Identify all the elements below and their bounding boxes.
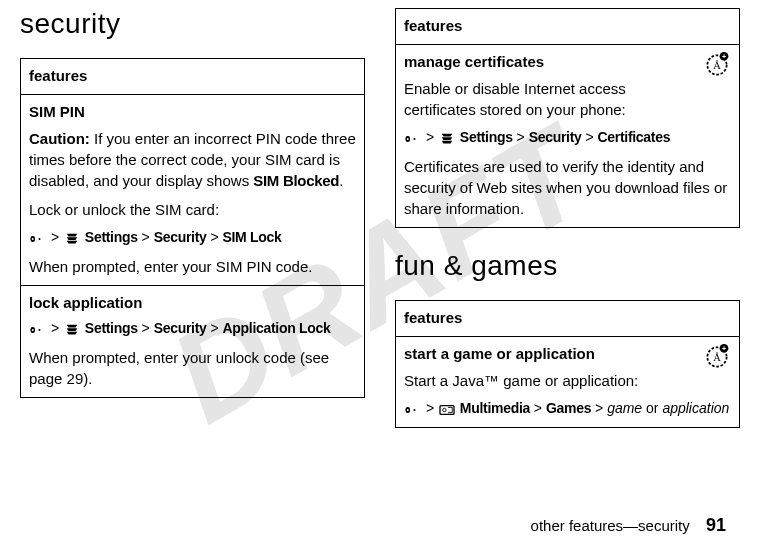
- body-text: Start a Java™ game or application:: [404, 370, 731, 391]
- page-number: 91: [706, 515, 726, 535]
- path-app-italic: application: [662, 400, 729, 416]
- heading-security: security: [20, 8, 365, 40]
- feature-title-lock-app: lock application: [29, 292, 356, 313]
- path-sep: >: [47, 229, 63, 245]
- path-sep: >: [422, 400, 438, 416]
- settings-icon: [438, 129, 456, 149]
- multimedia-icon: [438, 400, 456, 420]
- path-sep: >: [582, 129, 598, 145]
- feature-title-certificates: manage certificates: [404, 51, 731, 72]
- path-game-italic: game: [607, 400, 642, 416]
- accessibility-icon: +Å: [703, 51, 731, 84]
- path-sep: >: [138, 229, 154, 245]
- path-security: Security: [154, 229, 207, 245]
- caution-paragraph: Caution: If you enter an incorrect PIN c…: [29, 128, 356, 191]
- table-header-features: features: [396, 9, 740, 45]
- heading-fun-games: fun & games: [395, 250, 740, 282]
- settings-icon: [63, 229, 81, 249]
- svg-point-11: [407, 138, 409, 140]
- table-row: lock application > Settings > Security >…: [21, 286, 365, 398]
- table-row: +Å start a game or application Start a J…: [396, 337, 740, 428]
- body-text: Enable or disable Internet access certif…: [404, 78, 731, 120]
- path-sep: >: [591, 400, 607, 416]
- svg-text:Å: Å: [713, 60, 721, 71]
- menu-key-icon: [29, 229, 47, 249]
- path-sep: >: [47, 320, 63, 336]
- svg-point-2: [39, 238, 41, 240]
- path-or: or: [642, 400, 662, 416]
- sim-blocked-code: SIM Blocked: [253, 172, 339, 189]
- svg-text:Å: Å: [713, 352, 721, 363]
- fun-games-features-table: features +Å start a game or application …: [395, 300, 740, 428]
- svg-point-5: [39, 329, 41, 331]
- path-sep: >: [422, 129, 438, 145]
- certificates-features-table: features +Å manage certificates Enable o…: [395, 8, 740, 228]
- body-text: Certificates are used to verify the iden…: [404, 156, 731, 219]
- page-content: security features SIM PIN Caution: If yo…: [0, 0, 758, 428]
- right-column: features +Å manage certificates Enable o…: [395, 8, 740, 428]
- left-column: security features SIM PIN Caution: If yo…: [20, 8, 365, 428]
- table-header-features: features: [396, 301, 740, 337]
- path-security: Security: [529, 129, 582, 145]
- table-row: SIM PIN Caution: If you enter an incorre…: [21, 95, 365, 286]
- menu-key-icon: [404, 400, 422, 420]
- page-footer: other features—security 91: [531, 515, 726, 536]
- svg-point-1: [32, 238, 34, 240]
- path-security: Security: [154, 320, 207, 336]
- path-settings: Settings: [85, 320, 138, 336]
- footer-text: other features—security: [531, 517, 690, 534]
- table-row: +Å manage certificates Enable or disable…: [396, 45, 740, 228]
- svg-point-18: [407, 409, 409, 411]
- path-sep: >: [207, 229, 223, 245]
- path-multimedia: Multimedia: [460, 400, 530, 416]
- path-certificates: Certificates: [597, 129, 670, 145]
- nav-path: > Settings > Security > Certificates: [404, 128, 731, 148]
- nav-path: > Multimedia > Games > game or applicati…: [404, 399, 731, 419]
- caution-label: Caution:: [29, 130, 90, 147]
- security-features-table: features SIM PIN Caution: If you enter a…: [20, 58, 365, 398]
- path-settings: Settings: [85, 229, 138, 245]
- path-games: Games: [546, 400, 591, 416]
- path-sep: >: [207, 320, 223, 336]
- svg-point-19: [414, 409, 416, 411]
- table-header-features: features: [21, 59, 365, 95]
- svg-text:+: +: [722, 53, 726, 60]
- feature-title-start-game: start a game or application: [404, 343, 731, 364]
- path-app-lock: Application Lock: [222, 320, 330, 336]
- instruction-line: When prompted, enter your SIM PIN code.: [29, 256, 356, 277]
- nav-path: > Settings > Security > Application Lock: [29, 319, 356, 339]
- path-settings: Settings: [460, 129, 513, 145]
- nav-path: > Settings > Security > SIM Lock: [29, 228, 356, 248]
- instruction-line: Lock or unlock the SIM card:: [29, 199, 356, 220]
- path-sep: >: [138, 320, 154, 336]
- settings-icon: [63, 320, 81, 340]
- menu-key-icon: [404, 129, 422, 149]
- feature-title-sim-pin: SIM PIN: [29, 101, 356, 122]
- instruction-line: When prompted, enter your unlock code (s…: [29, 347, 356, 389]
- accessibility-icon: +Å: [703, 343, 731, 376]
- path-sep: >: [513, 129, 529, 145]
- svg-text:+: +: [722, 345, 726, 352]
- menu-key-icon: [29, 320, 47, 340]
- svg-point-12: [414, 138, 416, 140]
- svg-point-21: [443, 408, 447, 412]
- svg-point-4: [32, 329, 34, 331]
- path-sim-lock: SIM Lock: [222, 229, 281, 245]
- path-sep: >: [530, 400, 546, 416]
